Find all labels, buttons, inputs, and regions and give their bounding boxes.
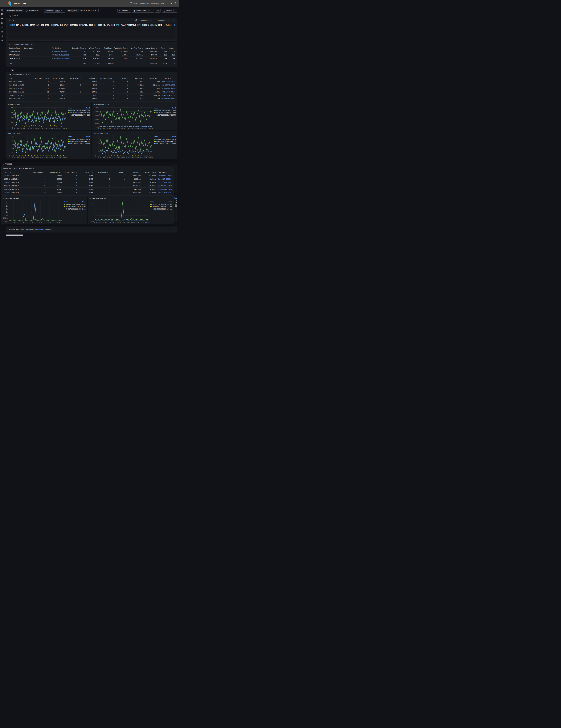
section-query-text[interactable]: ⌄ Query Text	[7, 15, 177, 17]
legend-name-header[interactable]: Name	[64, 201, 68, 203]
gear-icon[interactable]: ⚙	[1, 31, 3, 33]
query-hash-filter[interactable]: Query Hash 0x77B19E33543267F7	[67, 9, 99, 12]
series-name[interactable]: 0x9DAB36ECB116FB80	[153, 208, 166, 210]
download-button[interactable]: Download	[154, 19, 164, 21]
time-range-picker[interactable]: Last 6 hours CET ⌄	[132, 9, 154, 13]
section-totals[interactable]: ⌄ Totals	[7, 69, 177, 71]
column-header-execution-count[interactable]: Execution Count	[30, 77, 50, 79]
time-series-plot[interactable]	[99, 135, 152, 156]
time-series-plot[interactable]	[9, 200, 62, 221]
plan-hash-link[interactable]: 0x9DAB36ECB116...	[157, 185, 171, 187]
column-header-total-time[interactable]: Total Time	[129, 77, 145, 79]
legend-value-header[interactable]: Mean	[82, 201, 86, 203]
column-header-execution-count[interactable]: Execution Count	[72, 47, 87, 49]
series-name[interactable]: 0x24AC08D70848FBF4	[70, 138, 84, 140]
help-icon[interactable]	[174, 2, 176, 5]
column-header-physical-reads[interactable]: Physical Reads	[94, 171, 111, 173]
column-header-memory[interactable]: Memory	[78, 171, 94, 173]
sql-server-instance-value[interactable]: SQLINSTANCE002	[25, 10, 39, 12]
legend-value-header[interactable]: Mean	[168, 201, 172, 203]
series-name[interactable]: 0x94102F41BCDD18EE	[66, 206, 81, 208]
column-header-logical-writes[interactable]: Logical Writes	[63, 171, 78, 173]
time-series-plot[interactable]	[13, 135, 66, 156]
column-header-logical-reads[interactable]: Logical Reads	[144, 47, 158, 49]
bar-chart-icon[interactable]	[1, 8, 3, 11]
series-name[interactable]: 0x24AC08D70848FBF4	[66, 204, 80, 205]
legend-name-header[interactable]: Name	[68, 107, 72, 109]
plan-hash-link[interactable]: 0x24AC08D70848FB...	[51, 51, 72, 52]
plan-hash-link[interactable]: 0x9DAB36ECB116...	[157, 175, 171, 177]
servers-icon[interactable]	[1, 13, 3, 15]
column-header-physical-reads[interactable]: Physical Reads	[98, 77, 114, 79]
series-name[interactable]: 0x94102F41BCDD18EE	[70, 141, 87, 142]
series-name[interactable]: 0x9DAB36ECB116FB80	[70, 143, 84, 145]
column-header-plan-hash[interactable]: Plan Hash	[161, 77, 175, 79]
app-logo[interactable]: QMONITOR	[8, 1, 27, 6]
series-name[interactable]: 0x94102F41BCDD18EE	[70, 112, 86, 114]
zoom-out-button[interactable]	[155, 9, 161, 13]
series-name[interactable]: 0x94102F41BCDD18EE	[156, 112, 171, 114]
query-hash-value[interactable]: 0x77B19E33543267F7	[80, 10, 97, 12]
column-header-avg-total-time[interactable]: Avg Total Time	[129, 47, 144, 49]
column-header-rows[interactable]: Rows	[111, 171, 125, 173]
sql-server-instance-filter[interactable]: Sql Server Instance SQLINSTANCE002 ⌄	[6, 9, 43, 12]
plan-hash-link[interactable]: 0x94102F41BCDD...	[157, 178, 171, 180]
series-name[interactable]: 0x24AC08D70848FBF4	[156, 138, 170, 140]
column-header-execution-count[interactable]: Execution Count	[26, 171, 46, 173]
column-header-total-time[interactable]: Total Time	[101, 47, 114, 49]
plan-hash-link[interactable]: 0x9DAB36ECB116...	[161, 81, 175, 83]
plan-hash-link[interactable]: 0x24AC08D70848...	[161, 88, 175, 89]
column-header-memory[interactable]: Memory	[168, 47, 175, 49]
plan-hash-link[interactable]: 0x24AC08D70848...	[161, 98, 175, 100]
column-header-logical-reads[interactable]: Logical Reads	[50, 77, 66, 79]
column-header-time[interactable]: Time↓	[3, 171, 26, 173]
time-series-plot[interactable]	[95, 200, 148, 221]
plan-hash-link[interactable]: 0x24AC08D70848...	[157, 182, 171, 183]
column-header-worker-time[interactable]: Worker Time	[145, 77, 161, 79]
column-header-worker-time[interactable]: Worker Time	[87, 47, 101, 49]
column-header-database-name[interactable]: Database Name	[8, 47, 23, 49]
legend-value-header[interactable]: Total	[86, 107, 90, 109]
series-name[interactable]: 0x24AC08D70848FBF4	[156, 110, 170, 111]
sql-query-text[interactable]: SELECT TOP 1 MACHINE, START_DATE, END_DA…	[8, 23, 175, 39]
section-average[interactable]: ⌄ Average	[3, 163, 173, 165]
column-header-memory[interactable]: Memory	[82, 77, 98, 79]
column-header-logical-writes[interactable]: Logical Writes	[66, 77, 82, 79]
plan-hash-link[interactable]: 0x9DAB36ECB116...	[161, 91, 175, 93]
column-header-worker-time[interactable]: Worker Time	[141, 171, 157, 173]
legend-name-header[interactable]: Name	[154, 107, 158, 109]
chevron-down-icon[interactable]: ⌄	[40, 10, 41, 12]
jump-to-button[interactable]: ☰ Jump to...	[117, 9, 131, 13]
column-header-total-time[interactable]: Total Time	[125, 171, 141, 173]
crown-icon[interactable]: ♛	[1, 35, 3, 37]
series-name[interactable]: 0x9DAB36ECB116FB80	[156, 143, 170, 145]
legend-name-header[interactable]: Name	[154, 136, 158, 137]
transfer-icon[interactable]: ⇄	[1, 40, 3, 42]
column-header-object-name[interactable]: Object Name	[23, 47, 51, 49]
database-clear-icon[interactable]: x	[61, 10, 62, 12]
plan-hash-link[interactable]: 0x94102F41BCDD...	[157, 188, 171, 190]
legend-value-header[interactable]: Total	[172, 107, 176, 109]
plan-hash-link[interactable]: 0x24AC08D70848...	[157, 192, 171, 194]
series-name[interactable]: 0x9DAB36ECB116FB80	[156, 114, 171, 116]
column-header-rows[interactable]: Rows	[114, 77, 129, 79]
database-all-tag[interactable]: All x	[55, 10, 60, 12]
legend-value-header[interactable]: Total	[86, 136, 90, 137]
legend-name-header[interactable]: Name	[150, 201, 154, 203]
logout-link[interactable]: Log out	[161, 2, 167, 4]
info-icon[interactable]	[28, 74, 30, 75]
series-name[interactable]: 0x24AC08D70848FBF4	[70, 110, 86, 111]
support-headset-icon[interactable]	[170, 2, 172, 5]
refresh-interval-dropdown[interactable]: ⌄	[173, 9, 177, 12]
column-header-plan-hash[interactable]: Plan Hash	[51, 47, 72, 49]
database-filter[interactable]: Database All x x ⌄	[44, 9, 65, 13]
series-name[interactable]: 0x24AC08D70848FBF4	[153, 204, 166, 205]
query-detail-link[interactable]: Query Detail	[34, 228, 43, 230]
time-series-plot[interactable]	[13, 107, 66, 127]
column-header-logical-reads[interactable]: Logical Reads	[46, 171, 63, 173]
column-header-plan-hash[interactable]: Plan Hash	[157, 171, 171, 173]
series-name[interactable]: 0x94102F41BCDD18EE	[156, 141, 173, 142]
database-icon[interactable]	[1, 17, 3, 20]
column-header-time[interactable]: Time↓	[8, 77, 30, 79]
time-series-plot[interactable]	[99, 107, 152, 127]
